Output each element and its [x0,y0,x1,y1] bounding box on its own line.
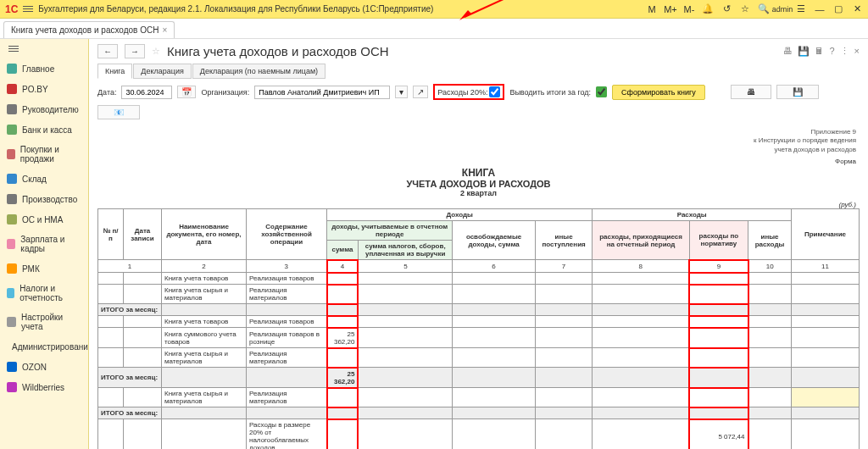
sidebar-item-1[interactable]: PO.BY [0,79,88,99]
minimize-icon[interactable]: — [814,3,826,15]
close-icon[interactable]: ✕ [851,3,863,15]
format-button[interactable]: Сформировать книгу [612,85,705,100]
th-other-in: иные поступления [535,221,593,260]
exp20-label: Расходы 20%: [437,88,487,97]
table-row[interactable]: Книга суммового учета товаровРеализация … [98,328,860,348]
back-button[interactable]: ← [97,44,118,58]
search-icon[interactable]: 🔍 [758,3,770,15]
th-op: Содержание хозяйственной операции [247,209,327,260]
date-picker-icon[interactable]: 📅 [177,86,196,98]
page-title: Книга учета доходов и расходов ОСН [167,44,389,58]
sidebar-item-5[interactable]: Склад [0,169,88,189]
forward-button[interactable]: → [125,44,145,58]
toolbar: Дата: 📅 Организация: ▾ ↗ Расходы 20%: Вы… [89,79,868,125]
th-tax: сумма налогов, сборов, уплаченная из выр… [358,241,453,260]
exp20-checkbox[interactable] [489,86,500,97]
exp20-wrap: Расходы 20%: [433,84,504,100]
sidebar-item-2[interactable]: Руководителю [0,99,88,119]
subtab-decl-emp[interactable]: Декларация (по наемным лицам) [192,64,326,79]
col-num-row: 1 2 3 4 5 6 7 8 9 10 11 [98,260,860,273]
table-row[interactable]: Книга учета товаровРеализация товаров [98,273,860,285]
save-tool-icon[interactable]: 💾 [798,46,810,57]
hamburger-icon[interactable] [21,4,35,14]
tab-close-icon[interactable]: × [162,25,167,35]
table-row[interactable]: Книга учета сырья и материаловРеализация… [98,285,860,304]
table-row[interactable]: Расходы в размере 20% от налогооблагаемы… [98,419,860,449]
th-exp-other: иные расходы [748,221,792,260]
email-button[interactable]: 📧 [97,105,140,119]
print-tool-icon[interactable]: 🖶 [783,46,793,57]
sidebar-item-label: Wildberries [22,383,64,392]
sidebar-item-10[interactable]: Налоги и отчетность [0,279,88,308]
sidebar-item-label: Покупки и продажи [20,145,81,164]
th-np: № п/п [98,209,124,260]
month-total-row: ИТОГО за месяц: [98,407,860,419]
th-doc: Наименование документа, его номер, дата [162,209,247,260]
sidebar-item-14[interactable]: Wildberries [0,377,88,397]
sidebar-item-label: Главное [22,64,54,74]
logo-1c: 1C [5,3,18,15]
org-dropdown-icon[interactable]: ▾ [395,86,408,98]
th-note: Примечание [792,209,860,260]
save-button[interactable]: 💾 [776,85,819,99]
sidebar-item-label: РМК [22,264,40,274]
sidebar-hamburger[interactable] [0,39,88,58]
help-tool-icon[interactable]: ? [829,46,834,57]
org-label: Организация: [201,88,249,97]
sidebar-item-4[interactable]: Покупки и продажи [0,140,88,169]
m-minus-button[interactable]: M- [683,3,695,15]
table-row[interactable]: Книга учета сырья и материаловРеализация… [98,388,860,407]
org-open-icon[interactable]: ↗ [413,86,428,98]
subtab-decl[interactable]: Декларация [133,64,191,79]
org-input[interactable] [254,86,390,99]
sidebar-item-8[interactable]: Зарплата и кадры [0,230,88,258]
sidebar-item-0[interactable]: Главное [0,58,88,79]
sidebar-item-6[interactable]: Производство [0,189,88,209]
sidebar-item-7[interactable]: ОС и НМА [0,209,88,230]
th-sum: сумма [327,241,359,260]
app-topbar: 1C Бухгалтерия для Беларуси, редакция 2.… [0,0,868,19]
table-row[interactable]: Книга учета товаровРеализация товаров [98,316,860,328]
favorite-icon[interactable]: ☆ [152,46,160,57]
report-area: Приложение 9к Инструкции о порядке веден… [89,125,868,449]
subtabs: Книга Декларация Декларация (по наемным … [89,64,868,79]
page-header: ← → ☆ Книга учета доходов и расходов ОСН… [89,39,868,64]
print-button[interactable]: 🖶 [731,85,771,99]
bank-icon [7,125,17,135]
th-exp-period: расходы, приходящиеся на отчетный период [593,221,689,260]
sidebar-item-label: Банк и касса [22,125,72,135]
sidebar-item-11[interactable]: Настройки учета [0,308,88,336]
date-input[interactable] [121,86,172,99]
sidebar-item-12[interactable]: Администрирование [0,336,88,357]
cart-icon [7,149,15,159]
cog-icon [7,317,16,327]
people-icon [7,239,15,249]
totals-checkbox[interactable] [596,86,607,97]
star-icon[interactable]: ☆ [739,3,751,15]
calc-tool-icon[interactable]: 🖩 [815,46,824,57]
maximize-icon[interactable]: ▢ [832,3,844,15]
table-row[interactable]: Книга учета сырья и материаловРеализация… [98,348,860,368]
th-date: Дата записи [124,209,162,260]
m-plus-button[interactable]: M+ [665,3,676,15]
more-tool-icon[interactable]: ⋮ [840,46,849,57]
sidebar-item-label: Налоги и отчетность [19,284,81,302]
close-tool-icon[interactable]: × [854,46,860,57]
book-subtitle: УЧЕТА ДОХОДОВ И РАСХОДОВ [97,179,860,189]
tie-icon [7,104,17,114]
user-label[interactable]: admin [776,3,788,15]
sidebar-item-label: Зарплата и кадры [20,235,81,253]
tabstrip: Книга учета доходов и расходов ОСН × [0,19,868,39]
bell-icon[interactable]: 🔔 [702,3,714,15]
tab-book[interactable]: Книга учета доходов и расходов ОСН × [3,21,175,38]
sidebar-item-3[interactable]: Банк и касса [0,119,88,140]
m-button[interactable]: M [646,3,658,15]
sidebar-item-label: PO.BY [22,85,48,94]
th-free: освобождаемые доходы, сумма [453,221,535,260]
sidebar-item-9[interactable]: РМК [0,258,88,279]
history-icon[interactable]: ↺ [721,3,732,15]
subtab-book[interactable]: Книга [97,64,132,79]
menu-icon[interactable]: ☰ [795,3,807,15]
th-inc-period: доходы, учитываемые в отчетном периоде [327,221,453,241]
sidebar-item-13[interactable]: OZON [0,357,88,377]
